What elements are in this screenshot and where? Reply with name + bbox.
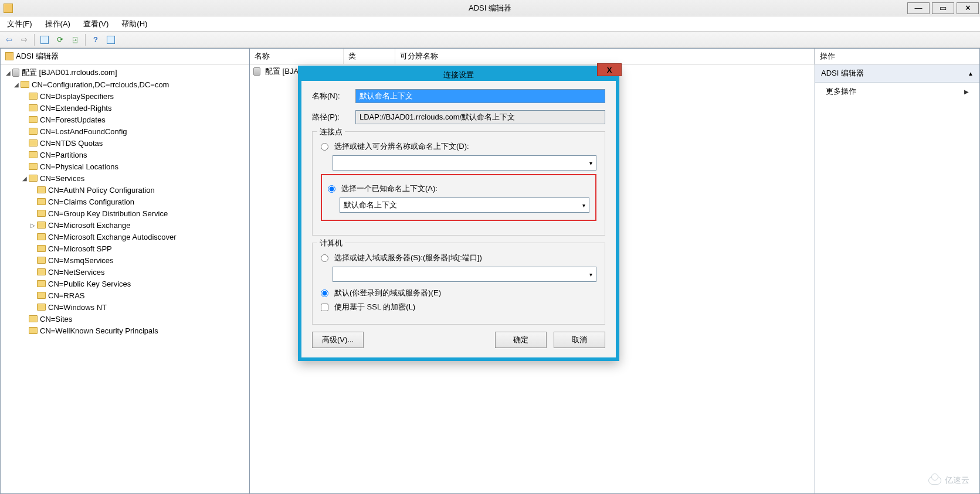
dialog-close-button[interactable]: X (597, 63, 622, 76)
list-header: 名称 类 可分辨名称 (250, 49, 815, 64)
nav-back-icon[interactable] (2, 33, 15, 46)
option-dn[interactable]: 选择或键入可分辨名称或命名上下文(D): (321, 141, 596, 152)
collapse-icon[interactable]: ◢ (12, 81, 21, 88)
tree-item[interactable]: ·CN=LostAndFoundConfig (1, 125, 249, 137)
folder-icon (37, 257, 46, 264)
adsi-editor-icon (5, 52, 13, 60)
actions-panel: 操作 ADSI 编辑器 ▲ 更多操作 ▶ (815, 49, 979, 493)
tree-item[interactable]: ▷CN=Microsoft Exchange (1, 219, 249, 231)
export-list-icon[interactable] (69, 33, 82, 46)
tree-item[interactable]: ·CN=ForestUpdates (1, 114, 249, 125)
properties-icon[interactable] (38, 33, 51, 46)
folder-icon (37, 280, 46, 287)
cloud-icon (928, 476, 941, 485)
name-label: 名称(N): (312, 91, 355, 101)
tree-item[interactable]: ·CN=Extended-Rights (1, 102, 249, 114)
folder-icon (29, 151, 38, 158)
option-ssl[interactable]: 使用基于 SSL 的加密(L) (321, 302, 596, 312)
window-title: ADSI 编辑器 (469, 3, 511, 13)
tree-item[interactable]: ·CN=RRAS (1, 289, 249, 301)
tree-item[interactable]: ·CN=Public Key Services (1, 278, 249, 289)
tree-item[interactable]: ·CN=Claims Configuration (1, 196, 249, 207)
highlighted-option-box: 选择一个已知命名上下文(A): 默认命名上下文▾ (321, 174, 596, 221)
minimize-button[interactable]: — (907, 2, 930, 14)
tree-item[interactable]: ·CN=NTDS Quotas (1, 137, 249, 149)
actions-heading[interactable]: ADSI 编辑器 ▲ (815, 64, 979, 83)
dn-combo[interactable]: ▾ (333, 155, 596, 171)
folder-icon (21, 81, 29, 88)
menu-bar: 文件(F) 操作(A) 查看(V) 帮助(H) (0, 16, 980, 32)
toolbar-separator (34, 34, 35, 46)
collapse-icon[interactable]: ◢ (21, 175, 29, 182)
col-class[interactable]: 类 (344, 49, 395, 64)
collapse-icon: ▲ (968, 70, 974, 77)
tree-item[interactable]: ·CN=Partitions (1, 149, 249, 161)
menu-file[interactable]: 文件(F) (5, 18, 35, 30)
window-titlebar: ADSI 编辑器 — ▭ ✕ (0, 0, 980, 16)
folder-icon (29, 315, 38, 322)
radio-default-domain[interactable] (321, 289, 328, 297)
advanced-button[interactable]: 高级(V)... (312, 332, 364, 348)
server-combo[interactable]: ▾ (333, 267, 596, 282)
actions-more[interactable]: 更多操作 ▶ (815, 83, 979, 100)
folder-icon (29, 116, 38, 123)
tree-item[interactable]: ·CN=WellKnown Security Principals (1, 325, 249, 336)
known-context-combo[interactable]: 默认命名上下文▾ (340, 197, 589, 213)
tree-root[interactable]: ADSI 编辑器 (1, 49, 249, 64)
show-hide-icon[interactable] (104, 33, 117, 46)
tree-item[interactable]: ·CN=Windows NT (1, 301, 249, 313)
tree-item[interactable]: ·CN=AuthN Policy Configuration (1, 184, 249, 196)
tree-item[interactable]: ·CN=Microsoft SPP (1, 243, 249, 254)
connection-point-legend: 连接点 (317, 127, 345, 137)
option-default-domain[interactable]: 默认(你登录到的域或服务器)(E) (321, 288, 596, 298)
tree-item[interactable]: ·CN=Group Key Distribution Service (1, 207, 249, 219)
path-label: 路径(P): (312, 112, 355, 122)
tree-item[interactable]: ·CN=DisplaySpecifiers (1, 90, 249, 102)
folder-icon (29, 104, 38, 111)
help-icon[interactable] (89, 33, 102, 46)
folder-icon (37, 186, 46, 193)
col-dn[interactable]: 可分辨名称 (395, 49, 815, 64)
checkbox-ssl[interactable] (321, 304, 328, 311)
option-server[interactable]: 选择或键入域或服务器(S):(服务器|域[:端口]) (321, 253, 596, 263)
app-icon (4, 4, 13, 13)
tree-config-node[interactable]: ◢ 配置 [BJAD01.rrclouds.com] (1, 67, 249, 79)
menu-help[interactable]: 帮助(H) (119, 18, 150, 30)
tree-item[interactable]: ·CN=Sites (1, 313, 249, 325)
maximize-button[interactable]: ▭ (932, 2, 954, 14)
tree-item[interactable]: ·CN=NetServices (1, 266, 249, 278)
connection-point-group: 连接点 选择或键入可分辨名称或命名上下文(D): ▾ 选择一个已知命名上下文(A… (312, 131, 605, 236)
dialog-title: 连接设置 (443, 70, 474, 80)
refresh-icon[interactable] (53, 33, 66, 46)
tree-configuration-dn[interactable]: ◢ CN=Configuration,DC=rrclouds,DC=com (1, 79, 249, 90)
folder-icon (29, 128, 38, 135)
tree-panel: ADSI 编辑器 ◢ 配置 [BJAD01.rrclouds.com] ◢ CN… (1, 49, 250, 493)
radio-known-context[interactable] (328, 185, 335, 193)
radio-server[interactable] (321, 254, 328, 262)
chevron-down-icon: ▾ (582, 202, 585, 209)
cancel-button[interactable]: 取消 (554, 332, 605, 348)
tree-item[interactable]: ·CN=MsmqServices (1, 254, 249, 266)
folder-icon (37, 245, 46, 252)
folder-icon (37, 233, 46, 240)
folder-icon (37, 268, 46, 275)
menu-view[interactable]: 查看(V) (81, 18, 111, 30)
option-known-context[interactable]: 选择一个已知命名上下文(A): (328, 183, 589, 194)
radio-dn[interactable] (321, 143, 328, 151)
tree-services[interactable]: ◢ CN=Services (1, 172, 249, 184)
ok-button[interactable]: 确定 (495, 332, 547, 348)
close-button[interactable]: ✕ (957, 2, 979, 14)
tree-item[interactable]: ·CN=Physical Locations (1, 161, 249, 172)
chevron-down-icon: ▾ (589, 271, 592, 278)
tree-item[interactable]: ·CN=Microsoft Exchange Autodiscover (1, 231, 249, 243)
menu-action[interactable]: 操作(A) (43, 18, 73, 30)
toolbar-separator (85, 34, 86, 46)
collapse-icon[interactable]: ◢ (4, 70, 12, 76)
folder-icon (29, 175, 38, 182)
expand-icon[interactable]: ▷ (29, 222, 37, 229)
computer-group: 计算机 选择或键入域或服务器(S):(服务器|域[:端口]) ▾ 默认(你登录到… (312, 243, 605, 325)
col-name[interactable]: 名称 (250, 49, 344, 64)
path-input: LDAP://BJAD01.rrclouds.com/默认命名上下文 (355, 110, 605, 124)
folder-icon (37, 198, 46, 205)
name-input[interactable]: 默认命名上下文 (355, 89, 605, 103)
